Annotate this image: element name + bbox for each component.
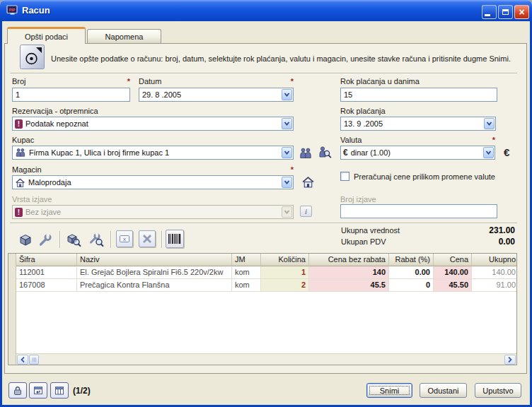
lock-button[interactable] (8, 382, 27, 399)
table-cell[interactable]: 112001 (16, 266, 77, 279)
window-title: Racun (22, 5, 50, 16)
table-cell[interactable]: 140 (309, 266, 389, 279)
broj-label: Broj (12, 77, 26, 86)
tab-opsti-podaci[interactable]: Opšti podaci (7, 27, 86, 44)
chevron-down-icon[interactable] (282, 177, 292, 188)
column-header[interactable]: Cena bez rabata (309, 254, 389, 266)
column-header[interactable]: Šifra (16, 254, 77, 266)
column-header[interactable]: Količina (261, 254, 309, 266)
column-header[interactable]: Ukupno (472, 254, 516, 266)
total-vat-label: Ukupan PDV (341, 237, 386, 246)
uputstvo-button[interactable]: Uputstvo (475, 383, 521, 398)
svg-text:x: x (123, 236, 126, 242)
columns-view-button[interactable] (50, 382, 69, 399)
rok-placanja-combobox[interactable]: 13. 9 .2005 (340, 117, 496, 131)
row-indicator-strip (8, 254, 16, 365)
rezervacija-label: Rezervacija - otpremnica (12, 107, 98, 116)
remove-cell-icon: x (117, 232, 132, 246)
rezervacija-combobox[interactable]: ! Podatak nepoznat (12, 117, 294, 131)
scroll-left-icon[interactable] (17, 355, 28, 365)
column-header[interactable]: Rabat (%) (389, 254, 434, 266)
window-frame-left (0, 21, 2, 407)
total-vat: 0.00 (439, 237, 515, 247)
info-text: Unesite opšte podatke o računu: broj, da… (51, 54, 521, 63)
snimi-button[interactable]: Snimi (366, 383, 412, 398)
table-cell[interactable]: El. Grejač Bojlera Spiralni Fi6.5 220v/2… (77, 266, 232, 279)
chevron-down-icon[interactable] (282, 147, 292, 158)
column-header[interactable]: JM (232, 254, 261, 266)
barcode-icon (168, 232, 182, 245)
table-row[interactable]: 112001El. Grejač Bojlera Spiralni Fi6.5 … (16, 266, 516, 279)
customers-icon (15, 147, 26, 158)
page-indicator: (1/2) (73, 386, 91, 396)
close-button[interactable]: × (514, 5, 529, 19)
rok-placanja-label: Rok plaćanja (340, 107, 386, 116)
kupac-value: Firma Kupac 1, Ulica i broj firme kupac … (26, 148, 281, 157)
product-cube-icon[interactable] (17, 231, 34, 248)
table-cell[interactable]: kom (232, 279, 261, 292)
valuta-label: Valuta (340, 136, 362, 145)
info-button[interactable]: i (300, 206, 312, 217)
horizontal-scrollbar[interactable] (16, 353, 516, 365)
record-target-icon (20, 45, 45, 72)
delete-x-icon (140, 232, 154, 246)
chevron-down-icon[interactable] (484, 118, 495, 129)
table-cell[interactable]: 45.50 (434, 279, 472, 292)
chevron-down-icon[interactable] (282, 118, 292, 129)
recalc-checkbox[interactable] (340, 172, 349, 181)
minimize-button[interactable] (482, 5, 497, 19)
search-customer-icon[interactable] (317, 145, 332, 160)
scrollbar-thumb[interactable] (29, 355, 39, 365)
titlebar[interactable]: PIP Racun × (0, 0, 532, 21)
service-wrench-icon[interactable] (37, 231, 54, 248)
odustani-button[interactable]: Odustani (420, 383, 467, 398)
table-cell[interactable]: 1 (261, 266, 309, 279)
datum-label: Datum (139, 77, 161, 86)
warehouse-icon (15, 177, 25, 188)
broj-input[interactable] (12, 88, 130, 102)
table-cell[interactable]: 0 (389, 279, 434, 292)
total-value-label: Ukupna vrednost (341, 226, 400, 235)
maximize-button[interactable] (498, 5, 513, 19)
datum-value: 29. 8 .2005 (139, 90, 281, 99)
table-row[interactable]: 167008Prečagica Kontra Flanšnakom245.504… (16, 279, 516, 292)
magacin-label: Magacin (12, 165, 42, 175)
table-cell[interactable]: Prečagica Kontra Flanšna (77, 279, 232, 292)
valuta-combobox[interactable]: € dinar (1.00) (340, 146, 495, 160)
valuta-value: dinar (1.00) (348, 148, 482, 157)
table-cell[interactable]: 167008 (16, 279, 77, 292)
open-customers-icon[interactable] (299, 146, 313, 160)
form-return-icon (33, 385, 44, 396)
find-product-icon[interactable] (65, 231, 82, 248)
column-header[interactable]: Naziv (77, 254, 232, 266)
chevron-down-icon[interactable] (483, 147, 494, 158)
table-cell[interactable]: 0.00 (389, 266, 434, 279)
broj-izjave-input[interactable] (340, 204, 497, 218)
lock-icon (12, 385, 23, 396)
chevron-down-icon[interactable] (282, 89, 292, 100)
barcode-button[interactable] (166, 230, 184, 248)
table-cell[interactable]: 45.5 (309, 279, 389, 292)
table-cell[interactable]: kom (232, 266, 261, 279)
table-cell[interactable]: 2 (261, 279, 309, 292)
magacin-combobox[interactable]: Maloprodaja (12, 175, 294, 189)
kupac-label: Kupac (12, 136, 34, 145)
table-cell[interactable]: 140.00 (434, 266, 472, 279)
delete-button[interactable] (139, 230, 156, 247)
rezervacija-value: Podatak nepoznat (23, 119, 281, 128)
remove-cell-button[interactable]: x (116, 230, 133, 247)
kupac-combobox[interactable]: Firma Kupac 1, Ulica i broj firme kupac … (12, 146, 294, 160)
exclamation-icon: ! (15, 208, 23, 217)
datum-combobox[interactable]: 29. 8 .2005 (139, 88, 294, 102)
open-warehouse-icon[interactable] (301, 175, 315, 189)
table-cell[interactable]: 91.00 (472, 279, 516, 292)
find-service-icon[interactable] (88, 231, 105, 248)
column-header[interactable]: Cena (434, 254, 472, 266)
close-icon: × (519, 7, 524, 17)
scroll-right-icon[interactable] (504, 355, 516, 365)
previous-form-button[interactable] (29, 382, 47, 399)
table-cell[interactable]: 140.00 (472, 266, 516, 279)
dialog-window: PIP Racun × Opšti podaci Napomena Unesit… (0, 0, 532, 407)
rok-danima-input[interactable] (340, 88, 497, 102)
tab-napomena[interactable]: Napomena (87, 29, 161, 43)
